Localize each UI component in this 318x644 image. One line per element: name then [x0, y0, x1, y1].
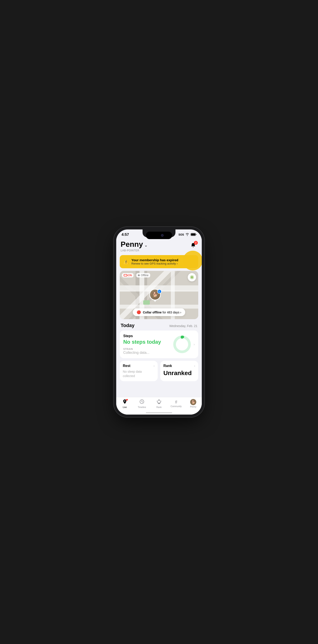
warning-icon: ⚠️ — [123, 259, 129, 264]
map-status-bar: 1% Offline — [122, 273, 150, 278]
collar-error-icon: 🔴 — [137, 310, 141, 314]
status-time: 4:57 — [122, 232, 129, 237]
map-marker: 🐕 L — [149, 289, 161, 301]
nav-item-live[interactable]: Live — [116, 399, 133, 408]
rest-card-title: Rest — [123, 364, 130, 368]
sparkle-button[interactable]: ✳️ — [188, 273, 196, 282]
svg-point-6 — [126, 399, 127, 400]
membership-banner[interactable]: ⚠️ Your membership has expired Renew to … — [120, 255, 198, 268]
home-indicator — [146, 412, 172, 413]
today-date: Wednesday, Feb. 21 — [169, 324, 198, 328]
rank-card-header: Rank › — [164, 364, 195, 368]
svg-point-4 — [181, 336, 183, 339]
nav-item-rank[interactable]: Rank — [150, 399, 168, 408]
rest-chevron-icon: › — [154, 364, 154, 368]
steps-right: › — [172, 334, 195, 354]
collar-offline-pill[interactable]: 🔴 Collar offline for 483 days › — [133, 308, 185, 316]
map-background: 1% Offline ✳️ 🐕 L — [120, 271, 198, 319]
battery-icon — [190, 233, 196, 237]
rank-card-value: Unranked — [164, 370, 195, 376]
strain-value: Collecting data... — [123, 351, 172, 355]
today-label: Today — [120, 323, 134, 328]
rest-card[interactable]: Rest › No sleep data collected — [120, 361, 158, 381]
collar-offline-text: Collar offline for 483 days › — [143, 310, 181, 314]
nav-label-live: Live — [123, 406, 127, 408]
steps-chevron-icon: › — [194, 342, 195, 346]
svg-rect-8 — [158, 403, 160, 404]
wifi-icon — [185, 233, 189, 237]
rank-icon — [156, 399, 162, 406]
bottom-nav: Live Timeline Rank — [116, 397, 202, 414]
penny-avatar: 🐕 — [190, 399, 196, 405]
notification-bell[interactable]: 2 — [189, 241, 198, 250]
nav-label-timeline: Timeline — [138, 406, 146, 408]
timeline-icon — [139, 399, 144, 406]
offline-status: Offline — [136, 273, 150, 278]
today-header: Today Wednesday, Feb. 21 — [116, 322, 202, 330]
offline-dot — [138, 274, 140, 276]
location-badge: L — [157, 289, 162, 294]
steps-left: Steps No steps today STRAIN Collecting d… — [123, 334, 172, 355]
pet-name-row: Penny ⌄ — [120, 240, 148, 248]
pet-name: Penny — [120, 240, 143, 248]
rank-card-title: Rank — [164, 364, 172, 368]
marker-pin — [154, 300, 156, 302]
steps-card[interactable]: Steps No steps today STRAIN Collecting d… — [120, 330, 198, 358]
decorative-blob — [183, 251, 202, 270]
svg-rect-9 — [158, 404, 160, 404]
rank-chevron-icon: › — [194, 364, 195, 368]
camera-pill — [146, 232, 172, 239]
svg-point-2 — [174, 337, 190, 352]
steps-value: No steps today — [123, 339, 172, 345]
bottom-cards: Rest › No sleep data collected Rank › Un… — [120, 361, 198, 381]
phone-frame: 4:57 SOS P — [116, 230, 202, 414]
scroll-content[interactable]: Penny ⌄ LAB-POINTER 2 ⚠️ Your membership… — [116, 238, 202, 414]
steps-label: Steps — [123, 334, 172, 338]
camera-dot — [161, 234, 164, 237]
donut-chart — [172, 334, 192, 354]
battery-percent: 1% — [128, 274, 132, 277]
svg-point-5 — [124, 400, 126, 402]
battery-low-indicator: 1% — [122, 273, 134, 278]
nav-item-penny[interactable]: 🐕 Penny — [185, 399, 202, 408]
chevron-down-icon[interactable]: ⌄ — [144, 243, 148, 248]
rank-card[interactable]: Rank › Unranked — [160, 361, 198, 381]
sos-label: SOS — [178, 233, 184, 236]
nav-label-community: Community — [170, 405, 182, 408]
battery-low-icon — [124, 274, 127, 276]
rest-card-subtitle: No sleep data collected — [123, 370, 154, 378]
nav-item-timeline[interactable]: Timeline — [133, 399, 150, 408]
strain-label: STRAIN — [123, 348, 172, 350]
nav-item-community[interactable]: fi Community — [168, 399, 185, 408]
nav-label-rank: Rank — [156, 406, 162, 408]
live-icon — [122, 399, 128, 406]
rest-card-header: Rest › — [123, 364, 154, 368]
status-icons: SOS — [178, 233, 196, 237]
pet-breed: LAB-POINTER — [120, 249, 148, 252]
nav-label-penny: Penny — [190, 406, 196, 408]
offline-label: Offline — [141, 274, 148, 277]
map-container[interactable]: 1% Offline ✳️ 🐕 L — [120, 271, 198, 319]
community-icon: fi — [175, 399, 177, 405]
svg-rect-1 — [191, 234, 196, 235]
notification-badge: 2 — [194, 241, 198, 245]
green-area — [143, 300, 150, 305]
